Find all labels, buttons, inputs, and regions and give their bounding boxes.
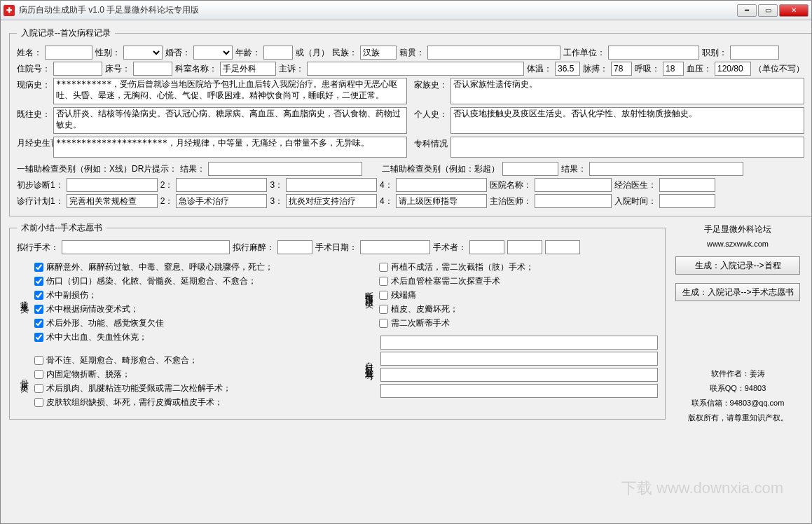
result2-input[interactable] xyxy=(589,162,743,176)
diag2-input[interactable] xyxy=(176,178,267,192)
breath-label: 呼吸： xyxy=(635,63,660,75)
personal-textarea[interactable]: 否认疫地接触史及疫区生活史。否认化学性、放射性物质接触史。 xyxy=(450,107,804,134)
dept-input[interactable] xyxy=(220,62,276,76)
check-label: 麻醉意外、麻醉药过敏、中毒、窒息、呼吸心跳骤停，死亡； xyxy=(46,261,273,273)
content-area: 入院记录--首次病程记录 姓名： 性别： 婚否： 年龄： 或（月） 民族： 籍贯… xyxy=(1,20,811,523)
checkbox[interactable] xyxy=(34,263,43,272)
fill-input-2[interactable] xyxy=(380,352,658,366)
bed-label: 床号： xyxy=(105,63,130,75)
checkbox[interactable] xyxy=(379,319,388,328)
checkbox[interactable] xyxy=(379,305,388,314)
result2-label: 结果： xyxy=(561,163,586,175)
diag3-input[interactable] xyxy=(286,178,377,192)
doctor2-input[interactable] xyxy=(535,194,612,208)
check-item: 术后肌肉、肌腱粘连功能受限或需二次松解手术； xyxy=(34,382,357,394)
checkbox[interactable] xyxy=(34,291,43,300)
surgeon2-input[interactable] xyxy=(507,240,542,254)
fill-inputs xyxy=(380,336,658,398)
plan1-input[interactable] xyxy=(67,194,158,208)
checkbox[interactable] xyxy=(34,305,43,314)
check-item: 麻醉意外、麻醉药过敏、中毒、窒息、呼吸心跳骤停，死亡； xyxy=(34,261,357,273)
breath-input[interactable] xyxy=(663,62,684,76)
pulse-label: 脉搏： xyxy=(583,63,608,75)
temp-input[interactable] xyxy=(555,62,580,76)
work-input[interactable] xyxy=(608,46,699,60)
native-input[interactable] xyxy=(427,46,560,60)
admission-record-section: 入院记录--首次病程记录 姓名： 性别： 婚否： 年龄： 或（月） 民族： 籍贯… xyxy=(9,27,811,216)
marry-select[interactable] xyxy=(193,46,233,60)
ethnic-input[interactable] xyxy=(360,46,397,60)
hospital-input[interactable] xyxy=(535,178,612,192)
checkbox[interactable] xyxy=(34,319,43,328)
generate-consent-button[interactable]: 生成：入院记录-->手术志愿书 xyxy=(675,283,800,301)
check-item: 骨不连、延期愈合、畸形愈合、不愈合； xyxy=(34,354,357,366)
result1-label: 结果： xyxy=(180,163,205,175)
anes-input[interactable] xyxy=(277,240,312,254)
surgeon3-input[interactable] xyxy=(545,240,580,254)
op-input[interactable] xyxy=(62,240,230,254)
family-textarea[interactable]: 否认家族性遗传病史。 xyxy=(450,78,804,104)
checkbox[interactable] xyxy=(34,277,43,286)
name-input[interactable] xyxy=(45,46,92,60)
checkbox[interactable] xyxy=(34,356,43,365)
aux1-label: 一辅助检查类别（例如：X线）DR片提示： xyxy=(17,163,177,175)
diag1-input[interactable] xyxy=(67,178,158,192)
plan3-input[interactable] xyxy=(286,194,377,208)
admission-legend: 入院记录--首次病程记录 xyxy=(17,27,115,39)
job-input[interactable] xyxy=(730,46,779,60)
checkbox[interactable] xyxy=(34,398,43,407)
fill-input-4[interactable] xyxy=(380,384,658,398)
check-label: 需二次断蒂手术 xyxy=(391,317,450,329)
surgeon1-input[interactable] xyxy=(469,240,504,254)
side-title: 手足显微外科论坛 xyxy=(704,223,771,235)
aux2-label: 二辅助检查类别（例如：彩超） xyxy=(382,163,500,175)
age-input[interactable] xyxy=(263,46,293,60)
side-panel: 手足显微外科论坛 www.szxwwk.com 生成：入院记录-->首程 生成：… xyxy=(673,222,803,425)
admit-time-input[interactable] xyxy=(659,194,715,208)
checkbox[interactable] xyxy=(34,333,43,342)
fill-input-3[interactable] xyxy=(380,368,658,382)
minimize-button[interactable]: ━ xyxy=(737,4,757,17)
name-label: 姓名： xyxy=(17,47,42,59)
admit-time-label: 入院时间： xyxy=(614,195,656,207)
diag4-input[interactable] xyxy=(396,178,487,192)
checkbox[interactable] xyxy=(379,291,388,300)
check-label: 皮肤软组织缺损、坏死，需行皮瓣或植皮手术； xyxy=(46,397,223,408)
window-controls: ━ ▭ ✕ xyxy=(737,4,808,17)
copyright-label: 版权所有，请尊重知识产权。 xyxy=(688,411,788,425)
past-textarea[interactable]: 否认肝炎、结核等传染病史。否认冠心病、糖尿病、高血压、高血脂病史，否认食物、药物… xyxy=(53,107,407,134)
checkbox[interactable] xyxy=(34,370,43,379)
bp-input[interactable] xyxy=(715,62,751,76)
chief-input[interactable] xyxy=(307,62,524,76)
marry-label: 婚否： xyxy=(165,47,191,59)
present-textarea[interactable]: ***********，受伤后曾就诊当地医院给予包扎止血后转入我院治疗。患者病程… xyxy=(53,78,407,104)
check-label: 内固定物折断、脱落； xyxy=(46,368,130,380)
generate-first-button[interactable]: 生成：入院记录-->首程 xyxy=(675,256,800,275)
doctor1-input[interactable] xyxy=(659,178,715,192)
admit-no-label: 住院号： xyxy=(17,63,50,75)
sex-select[interactable] xyxy=(123,46,163,60)
plan4-input[interactable] xyxy=(396,194,487,208)
checkbox[interactable] xyxy=(34,384,43,393)
admit-no-input[interactable] xyxy=(53,62,102,76)
special-textarea[interactable] xyxy=(450,137,804,158)
opdate-input[interactable] xyxy=(360,240,430,254)
doctor1-label: 经治医生： xyxy=(614,179,656,191)
menses-textarea[interactable]: **********************，月经规律，中等量，无痛经，白带量不… xyxy=(53,137,407,158)
checkbox[interactable] xyxy=(379,277,388,286)
maximize-button[interactable]: ▭ xyxy=(758,4,778,17)
close-button[interactable]: ✕ xyxy=(779,4,808,17)
check-label: 植皮、皮瓣坏死； xyxy=(391,303,458,315)
check-item: 术中副损伤； xyxy=(34,289,357,301)
pulse-input[interactable] xyxy=(611,62,632,76)
group2-checks: 再植不成活，需二次截指（肢）手术；术后血管栓塞需二次探查手术残端痛植皮、皮瓣坏死… xyxy=(379,259,658,331)
bp-label: 血压： xyxy=(687,63,712,75)
checkbox[interactable] xyxy=(379,263,388,272)
result1-input[interactable] xyxy=(208,162,362,176)
plan2-input[interactable] xyxy=(176,194,267,208)
check-item: 残端痛 xyxy=(379,289,658,301)
fill-input-1[interactable] xyxy=(380,336,658,350)
aux2-input[interactable] xyxy=(502,162,558,176)
temp-label: 体温： xyxy=(527,63,552,75)
bed-input[interactable] xyxy=(133,62,172,76)
